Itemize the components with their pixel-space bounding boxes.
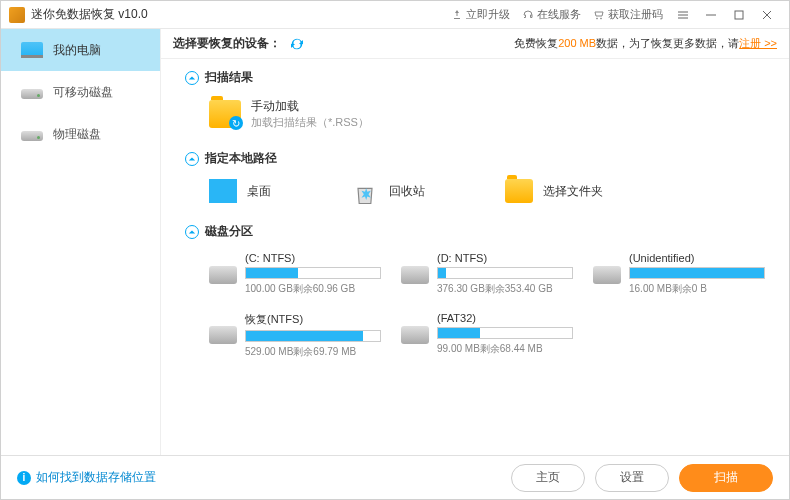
chevron-up-icon[interactable]: [185, 71, 199, 85]
partition-size: 16.00 MB剩余0 B: [629, 282, 765, 296]
partition-usage-bar: [437, 327, 573, 339]
scan-button[interactable]: 扫描: [679, 464, 773, 492]
path-select-folder[interactable]: 选择文件夹: [505, 179, 603, 203]
sidebar-item-my-computer[interactable]: 我的电脑: [1, 29, 160, 71]
folder-load-icon: ↻: [209, 100, 241, 128]
upgrade-icon: [451, 9, 463, 21]
partition-usage-bar: [437, 267, 573, 279]
partition-item[interactable]: 恢复(NTFS) 529.00 MB剩余69.79 MB: [209, 312, 381, 359]
section-scan-result: 扫描结果 ↻ 手动加载 加载扫描结果（*.RSS）: [185, 69, 765, 130]
close-button[interactable]: [753, 5, 781, 25]
content-header: 选择要恢复的设备： 免费恢复200 MB数据，为了恢复更多数据，请注册 >>: [161, 29, 789, 59]
partition-label: (Unidentified): [629, 252, 765, 264]
online-service-link[interactable]: 在线服务: [522, 7, 581, 22]
minimize-button[interactable]: [697, 5, 725, 25]
info-icon: i: [17, 471, 31, 485]
partition-item[interactable]: (Unidentified) 16.00 MB剩余0 B: [593, 252, 765, 296]
section-partitions: 磁盘分区 (C: NTFS) 100.00 GB剩余60.96 GB (D: N…: [185, 223, 765, 359]
computer-icon: [21, 42, 43, 58]
sidebar-item-physical[interactable]: 物理磁盘: [1, 113, 160, 155]
promo-text: 免费恢复200 MB数据，为了恢复更多数据，请注册 >>: [514, 36, 777, 51]
titlebar: 迷你免数据恢复 v10.0 立即升级 在线服务 获取注册码: [1, 1, 789, 29]
partition-item[interactable]: (D: NTFS) 376.30 GB剩余353.40 GB: [401, 252, 573, 296]
upgrade-link[interactable]: 立即升级: [451, 7, 510, 22]
refresh-icon[interactable]: [289, 36, 305, 52]
path-recycle-bin[interactable]: 回收站: [351, 179, 425, 203]
svg-rect-0: [735, 11, 743, 19]
removable-disk-icon: [21, 89, 43, 99]
manual-load-item[interactable]: ↻ 手动加载 加载扫描结果（*.RSS）: [185, 98, 765, 130]
partition-size: 376.30 GB剩余353.40 GB: [437, 282, 573, 296]
path-desktop[interactable]: 桌面: [209, 179, 271, 203]
partition-item[interactable]: (C: NTFS) 100.00 GB剩余60.96 GB: [209, 252, 381, 296]
partition-size: 99.00 MB剩余68.44 MB: [437, 342, 573, 356]
reg-code-link[interactable]: 获取注册码: [593, 7, 663, 22]
chevron-up-icon[interactable]: [185, 152, 199, 166]
register-link[interactable]: 注册 >>: [739, 37, 777, 49]
drive-icon: [401, 266, 429, 284]
content: 选择要恢复的设备： 免费恢复200 MB数据，为了恢复更多数据，请注册 >> 扫…: [161, 29, 789, 455]
select-device-label: 选择要恢复的设备：: [173, 35, 281, 52]
app-title: 迷你免数据恢复 v10.0: [31, 6, 148, 23]
desktop-icon: [209, 179, 237, 203]
chevron-up-icon[interactable]: [185, 225, 199, 239]
menu-button[interactable]: [669, 5, 697, 25]
partition-item[interactable]: (FAT32) 99.00 MB剩余68.44 MB: [401, 312, 573, 359]
partition-size: 529.00 MB剩余69.79 MB: [245, 345, 381, 359]
recycle-bin-icon: [351, 179, 379, 203]
drive-icon: [209, 266, 237, 284]
drive-icon: [209, 326, 237, 344]
sidebar-item-removable[interactable]: 可移动磁盘: [1, 71, 160, 113]
app-icon: [9, 7, 25, 23]
partition-label: 恢复(NTFS): [245, 312, 381, 327]
settings-button[interactable]: 设置: [595, 464, 669, 492]
section-specify-path: 指定本地路径 桌面 回收站 选择文件夹: [185, 150, 765, 203]
partition-label: (C: NTFS): [245, 252, 381, 264]
cart-icon: [593, 9, 605, 21]
partition-usage-bar: [245, 267, 381, 279]
footer: i 如何找到数据存储位置 主页 设置 扫描: [1, 455, 789, 499]
headset-icon: [522, 9, 534, 21]
home-button[interactable]: 主页: [511, 464, 585, 492]
partition-label: (D: NTFS): [437, 252, 573, 264]
partition-usage-bar: [245, 330, 381, 342]
partition-usage-bar: [629, 267, 765, 279]
folder-icon: [505, 179, 533, 203]
drive-icon: [401, 326, 429, 344]
partition-size: 100.00 GB剩余60.96 GB: [245, 282, 381, 296]
content-body: 扫描结果 ↻ 手动加载 加载扫描结果（*.RSS） 指定本地路径: [161, 59, 789, 455]
sidebar: 我的电脑 可移动磁盘 物理磁盘: [1, 29, 161, 455]
drive-icon: [593, 266, 621, 284]
help-link[interactable]: i 如何找到数据存储位置: [17, 469, 156, 486]
physical-disk-icon: [21, 131, 43, 141]
maximize-button[interactable]: [725, 5, 753, 25]
partition-label: (FAT32): [437, 312, 573, 324]
main: 我的电脑 可移动磁盘 物理磁盘 选择要恢复的设备： 免费恢复200 MB数据，为…: [1, 29, 789, 455]
